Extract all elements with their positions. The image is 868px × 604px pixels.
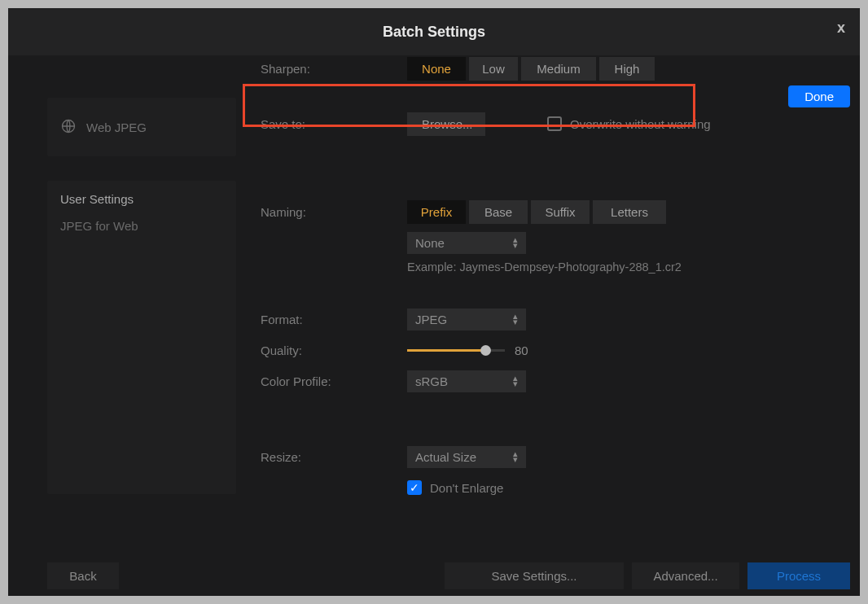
process-button[interactable]: Process — [747, 562, 850, 589]
save-to-label: Save to: — [261, 117, 407, 131]
naming-example: Example: Jaymes-Dempsey-Photography-288_… — [407, 260, 835, 274]
sharpen-row: Sharpen: None Low Medium High — [261, 55, 835, 81]
naming-row: Naming: Prefix Base Suffix Letters — [261, 199, 835, 225]
preset-web-jpeg[interactable]: Web JPEG — [47, 98, 236, 156]
overwrite-label: Overwrite without warning — [570, 117, 711, 131]
overwrite-checkbox[interactable] — [547, 116, 562, 131]
format-label: Format: — [261, 313, 407, 326]
resize-value: Actual Size — [415, 450, 476, 464]
slider-thumb[interactable] — [480, 345, 491, 356]
format-value: JPEG — [415, 313, 447, 326]
slider-track[interactable] — [407, 349, 505, 352]
slider-fill — [407, 349, 485, 352]
naming-dropdown-value: None — [415, 236, 445, 250]
save-to-row: Save to: Browse... Overwrite without war… — [261, 111, 835, 137]
close-button[interactable]: x — [837, 20, 845, 37]
footer: Back Save Settings... Advanced... Proces… — [47, 562, 850, 589]
naming-dropdown-row: None ▴▾ — [261, 230, 835, 256]
quality-label: Quality: — [261, 344, 407, 357]
batch-settings-dialog: Batch Settings x Done Web JPEG User Sett… — [8, 8, 860, 596]
naming-option-suffix[interactable]: Suffix — [531, 200, 590, 224]
naming-option-letters[interactable]: Letters — [593, 200, 666, 224]
sharpen-option-high[interactable]: High — [599, 57, 655, 81]
sharpen-option-medium[interactable]: Medium — [521, 57, 596, 81]
naming-option-prefix[interactable]: Prefix — [407, 200, 466, 224]
dont-enlarge-checkbox[interactable]: ✓ — [407, 480, 422, 495]
naming-segmented: Prefix Base Suffix Letters — [407, 200, 666, 224]
updown-icon: ▴▾ — [513, 313, 518, 325]
resize-row: Resize: Actual Size ▴▾ — [261, 444, 835, 470]
updown-icon: ▴▾ — [513, 451, 518, 462]
titlebar: Batch Settings x — [8, 8, 860, 55]
updown-icon: ▴▾ — [513, 375, 518, 387]
quality-row: Quality: 80 — [261, 337, 835, 363]
dont-enlarge-label: Don't Enlarge — [430, 481, 503, 495]
globe-icon — [60, 118, 77, 137]
quality-slider[interactable]: 80 — [407, 344, 528, 357]
back-button[interactable]: Back — [47, 562, 119, 589]
sharpen-segmented: None Low Medium High — [407, 57, 655, 81]
format-dropdown[interactable]: JPEG ▴▾ — [407, 309, 526, 330]
naming-label: Naming: — [261, 205, 407, 219]
updown-icon: ▴▾ — [513, 237, 518, 248]
naming-option-base[interactable]: Base — [469, 200, 528, 224]
user-settings-item[interactable]: JPEG for Web — [60, 219, 223, 233]
save-settings-button[interactable]: Save Settings... — [445, 562, 624, 589]
sharpen-option-none[interactable]: None — [407, 57, 466, 81]
resize-dropdown[interactable]: Actual Size ▴▾ — [407, 446, 526, 468]
browse-button[interactable]: Browse... — [407, 112, 485, 136]
format-row: Format: JPEG ▴▾ — [261, 306, 835, 332]
dont-enlarge-checkbox-wrap[interactable]: ✓ Don't Enlarge — [407, 480, 503, 495]
sharpen-option-low[interactable]: Low — [469, 57, 518, 81]
color-profile-dropdown[interactable]: sRGB ▴▾ — [407, 370, 526, 392]
quality-value: 80 — [515, 344, 528, 357]
color-profile-label: Color Profile: — [261, 374, 407, 388]
dont-enlarge-row: ✓ Don't Enlarge — [261, 475, 835, 501]
sidebar: Web JPEG User Settings JPEG for Web — [47, 98, 236, 494]
user-settings-panel: User Settings JPEG for Web — [47, 181, 236, 494]
naming-dropdown[interactable]: None ▴▾ — [407, 232, 526, 254]
sharpen-label: Sharpen: — [261, 62, 407, 76]
dialog-title: Batch Settings — [383, 24, 485, 41]
preset-label: Web JPEG — [86, 120, 147, 134]
overwrite-checkbox-wrap[interactable]: Overwrite without warning — [547, 116, 711, 131]
color-profile-row: Color Profile: sRGB ▴▾ — [261, 368, 835, 394]
resize-label: Resize: — [261, 450, 407, 464]
advanced-button[interactable]: Advanced... — [632, 562, 739, 589]
color-profile-value: sRGB — [415, 374, 448, 388]
settings-form: Sharpen: None Low Medium High Save to: B… — [261, 55, 835, 506]
user-settings-header: User Settings — [60, 192, 223, 206]
